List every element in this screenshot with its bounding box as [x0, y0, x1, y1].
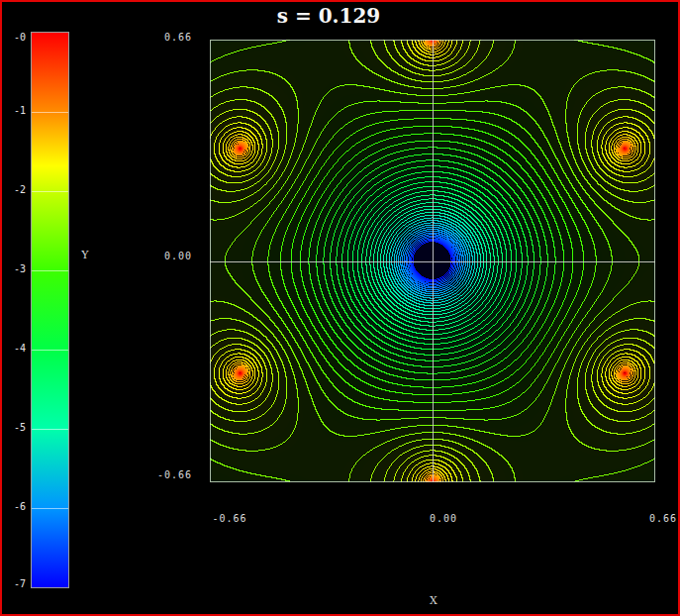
- colorbar-divider: [32, 270, 68, 271]
- colorbar-tick-label: -7: [4, 578, 26, 590]
- x-tick-label: 0.66: [629, 513, 680, 525]
- colorbar: [31, 32, 69, 588]
- plot-title: s = 0.129: [230, 4, 428, 28]
- x-tick-label: -0.66: [195, 513, 264, 525]
- colorbar-divider: [32, 350, 68, 351]
- y-tick-label: 0.66: [139, 32, 192, 44]
- colorbar-divider: [32, 508, 68, 509]
- y-axis-title: Y: [77, 249, 93, 261]
- colorbar-divider: [32, 112, 68, 113]
- colorbar-tick-label: -2: [4, 184, 26, 196]
- colorbar-divider: [32, 429, 68, 430]
- colorbar-gradient: [32, 33, 68, 587]
- colorbar-tick-label: -1: [4, 105, 26, 117]
- colorbar-tick-label: -3: [4, 263, 26, 275]
- colorbar-tick-label: -6: [4, 501, 26, 513]
- colorbar-tick-label: -4: [4, 343, 26, 355]
- plot-window: s = 0.129 -0 -1 -2 -3 -4 -5 -6 -7 Y X 0.…: [0, 0, 680, 616]
- colorbar-tick-label: -0: [4, 32, 26, 44]
- x-tick-label: 0.00: [409, 513, 478, 525]
- colorbar-tick-label: -5: [4, 422, 26, 434]
- y-tick-label: -0.66: [139, 469, 192, 481]
- x-axis-title: X: [424, 594, 443, 607]
- colorbar-divider: [32, 191, 68, 192]
- contour-plot-canvas: [210, 40, 655, 482]
- y-tick-label: 0.00: [139, 251, 192, 262]
